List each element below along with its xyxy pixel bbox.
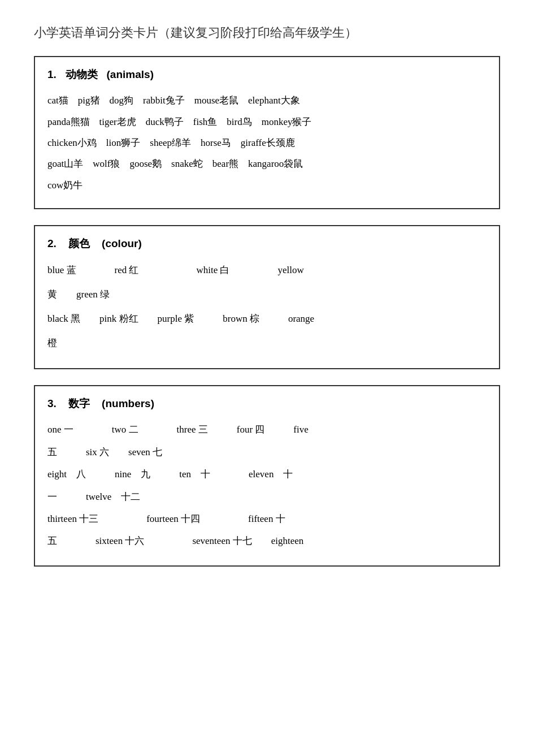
numbers-line-1: one 一 two 二 three 三 four 四 five [47, 419, 487, 440]
colour-line-1: blue 蓝 red 红 white 白 yellow [47, 259, 487, 282]
colour-body: blue 蓝 red 红 white 白 yellow 黄 green 绿 bl… [47, 259, 487, 355]
colour-title-cn: 颜色 [68, 237, 90, 249]
animals-line-3: chicken小鸡 lion狮子 sheep绵羊 horse马 giraffe长… [47, 132, 487, 153]
numbers-line-2: 五 six 六 seven 七 [47, 442, 487, 463]
numbers-body: one 一 two 二 three 三 four 四 five 五 six 六 … [47, 419, 487, 551]
numbers-header: 3. 数字 (numbers) [47, 396, 487, 411]
numbers-title-cn: 数字 [68, 398, 90, 409]
page-title: 小学英语单词分类卡片（建议复习阶段打印给高年级学生） [34, 23, 500, 42]
animals-line-2: panda熊猫 tiger老虎 duck鸭子 fish鱼 bird鸟 monke… [47, 111, 487, 132]
animals-line-4: goat山羊 wolf狼 goose鹅 snake蛇 bear熊 kangaro… [47, 153, 487, 174]
colour-line-4: 橙 [47, 332, 487, 355]
animals-line-5: cow奶牛 [47, 175, 487, 196]
colour-number: 2. [47, 237, 57, 249]
numbers-line-5: thirteen 十三 fourteen 十四 fifteen 十 [47, 508, 487, 529]
numbers-number: 3. [47, 398, 57, 409]
colour-card: 2. 颜色 (colour) blue 蓝 red 红 white 白 yell… [34, 225, 500, 369]
animals-card: 1. 动物类 (animals) cat猫 pig猪 dog狗 rabbit兔子… [34, 56, 500, 209]
animals-number: 1. [47, 68, 57, 80]
colour-line-3: black 黑 pink 粉红 purple 紫 brown 棕 orange [47, 308, 487, 331]
colour-title-en: (colour) [102, 237, 142, 249]
animals-header: 1. 动物类 (animals) [47, 67, 487, 82]
animals-title-en: (animals) [107, 68, 154, 80]
colour-line-2: 黄 green 绿 [47, 283, 487, 306]
animals-line-1: cat猫 pig猪 dog狗 rabbit兔子 mouse老鼠 elephant… [47, 90, 487, 111]
numbers-card: 3. 数字 (numbers) one 一 two 二 three 三 four… [34, 385, 500, 566]
numbers-line-4: 一 twelve 十二 [47, 486, 487, 507]
animals-title-cn: 动物类 [66, 68, 98, 80]
numbers-line-3: eight 八 nine 九 ten 十 eleven 十 [47, 464, 487, 485]
numbers-title-en: (numbers) [102, 398, 154, 409]
animals-body: cat猫 pig猪 dog狗 rabbit兔子 mouse老鼠 elephant… [47, 90, 487, 196]
colour-header: 2. 颜色 (colour) [47, 236, 487, 251]
numbers-line-6: 五 sixteen 十六 seventeen 十七 eighteen [47, 530, 487, 551]
